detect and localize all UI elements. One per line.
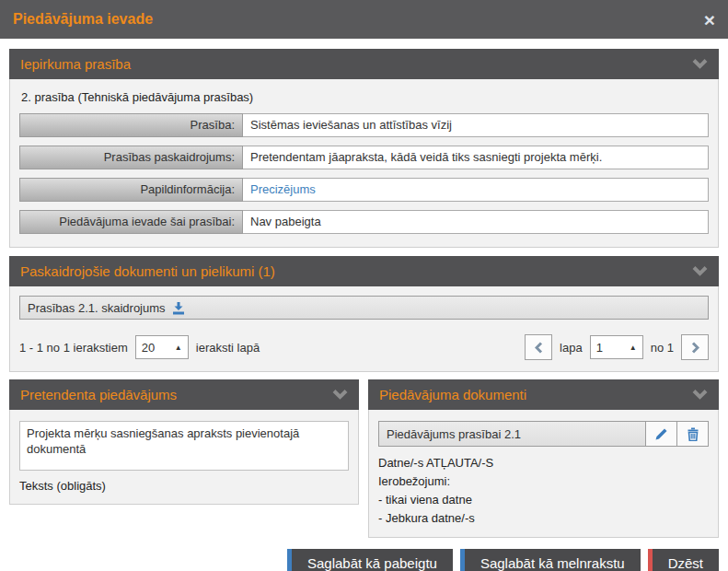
- precizejums-link[interactable]: Precizējums: [250, 182, 316, 196]
- delete-button[interactable]: Dzēst: [648, 549, 719, 571]
- page-total-text: no 1: [651, 341, 674, 355]
- edit-document-button[interactable]: [646, 421, 677, 447]
- form-row: Papildinformācija: Precizējums: [19, 178, 709, 202]
- chevron-down-icon[interactable]: [692, 265, 708, 277]
- field-value-ievades-statuss: Nav pabeigta: [243, 210, 709, 234]
- select-arrow-icon: ▲: [175, 344, 182, 352]
- proposal-document-item: Piedāvājums prasībai 2.1: [378, 421, 709, 447]
- modal-body: Iepirkuma prasība 2. prasība (Tehniskā p…: [0, 49, 728, 538]
- chevron-down-icon[interactable]: [692, 58, 708, 70]
- field-value-prasiba: Sistēmas ieviešanas un attīstības vīzij: [243, 113, 709, 137]
- section-proposal-documents-body: Piedāvājums prasībai 2.1 Datne/-s ATĻAUT: [368, 410, 719, 538]
- chevron-right-icon: [691, 342, 699, 354]
- document-name: Prasības 2.1. skaidrojums: [28, 301, 166, 315]
- edit-icon: [654, 427, 668, 441]
- field-note: Teksts (obligāts): [19, 479, 349, 493]
- field-label-ievades-statuss: Piedāvājuma ievade šai prasībai:: [19, 210, 243, 234]
- prev-page-button[interactable]: [525, 334, 552, 360]
- page-number-value: 1: [596, 341, 603, 355]
- delete-icon: [687, 427, 699, 441]
- section-requirement-body: 2. prasība (Tehniskā piedāvājuma prasība…: [9, 79, 719, 248]
- requirement-intro: 2. prasība (Tehniskā piedāvājuma prasība…: [21, 90, 707, 104]
- page-size-value: 20: [142, 341, 155, 355]
- download-icon[interactable]: [172, 301, 185, 315]
- section-documents-header[interactable]: Paskaidrojošie dokumenti un pielikumi (1…: [9, 256, 719, 286]
- select-arrow-icon: ▲: [630, 344, 637, 352]
- chevron-left-icon: [535, 342, 543, 354]
- section-documents-body: Prasības 2.1. skaidrojums 1 - 1 no 1 ier…: [9, 286, 719, 372]
- field-label-papildinformacija: Papildinformācija:: [19, 178, 243, 202]
- proposal-document-name: Piedāvājums prasībai 2.1: [378, 421, 646, 447]
- document-list-item: Prasības 2.1. skaidrojums: [19, 296, 709, 320]
- bottom-panels: Pretendenta piedāvājums Projekta mērķu s…: [9, 379, 719, 538]
- section-documents: Paskaidrojošie dokumenti un pielikumi (1…: [9, 256, 719, 372]
- delete-document-button[interactable]: [677, 421, 709, 447]
- section-requirement: Iepirkuma prasība 2. prasība (Tehniskā p…: [9, 49, 719, 248]
- restrictions-label: Ierobežojumi:: [378, 472, 709, 491]
- close-icon[interactable]: ×: [704, 10, 715, 29]
- page-label: lapa: [560, 341, 583, 355]
- chevron-down-icon[interactable]: [692, 389, 708, 401]
- page-size-suffix: ieraksti lapā: [196, 341, 260, 355]
- records-count-text: 1 - 1 no 1 ierakstiem: [19, 341, 128, 355]
- save-complete-button[interactable]: Saglabāt kā pabeigtu: [287, 549, 453, 571]
- section-requirement-title: Iepirkuma prasība: [20, 56, 131, 72]
- form-row: Prasības paskaidrojums: Pretendentam jāa…: [19, 146, 709, 169]
- section-proposal-title: Pretendenta piedāvājums: [20, 387, 177, 402]
- page-number-select[interactable]: 1 ▲: [590, 335, 643, 359]
- chevron-down-icon[interactable]: [332, 389, 348, 401]
- next-page-button[interactable]: [681, 334, 709, 360]
- field-value-papildinformacija: Precizējums: [243, 178, 709, 202]
- save-draft-button[interactable]: Saglabāt kā melnrakstu: [460, 549, 641, 571]
- field-value-paskaidrojums: Pretendentam jāapraksta, kādā veidā tiks…: [243, 146, 709, 169]
- section-documents-title: Paskaidrojošie dokumenti un pielikumi (1…: [20, 263, 275, 279]
- section-proposal: Pretendenta piedāvājums Projekta mērķu s…: [9, 379, 359, 505]
- restriction-item: - tikai viena datne: [378, 491, 709, 509]
- pagination-bar: 1 - 1 no 1 ierakstiem 20 ▲ ieraksti lapā…: [19, 334, 709, 360]
- file-allowed-text: Datne/-s ATĻAUTA/-S: [378, 454, 709, 472]
- field-label-paskaidrojums: Prasības paskaidrojums:: [19, 146, 243, 169]
- form-row: Piedāvājuma ievade šai prasībai: Nav pab…: [19, 210, 709, 234]
- modal-titlebar: Piedāvājuma ievade ×: [0, 0, 728, 39]
- section-proposal-documents: Piedāvājuma dokumenti Piedāvājums prasīb…: [368, 379, 719, 538]
- field-label-prasiba: Prasība:: [19, 113, 243, 137]
- page-size-select[interactable]: 20 ▲: [135, 335, 189, 359]
- form-row: Prasība: Sistēmas ieviešanas un attīstīb…: [19, 113, 709, 137]
- section-proposal-documents-header[interactable]: Piedāvājuma dokumenti: [368, 379, 719, 410]
- section-requirement-header[interactable]: Iepirkuma prasība: [9, 49, 719, 79]
- modal-title: Piedāvājuma ievade: [13, 11, 153, 28]
- section-proposal-body: Projekta mērķu sasniegšanas apraksts pie…: [9, 410, 359, 505]
- section-proposal-documents-title: Piedāvājuma dokumenti: [379, 387, 526, 402]
- proposal-text-input[interactable]: Projekta mērķu sasniegšanas apraksts pie…: [19, 421, 349, 471]
- section-proposal-header[interactable]: Pretendenta piedāvājums: [9, 379, 359, 410]
- restriction-item: - Jebkura datne/-s: [378, 509, 709, 528]
- footer-actions: Saglabāt kā pabeigtu Saglabāt kā melnrak…: [0, 549, 728, 571]
